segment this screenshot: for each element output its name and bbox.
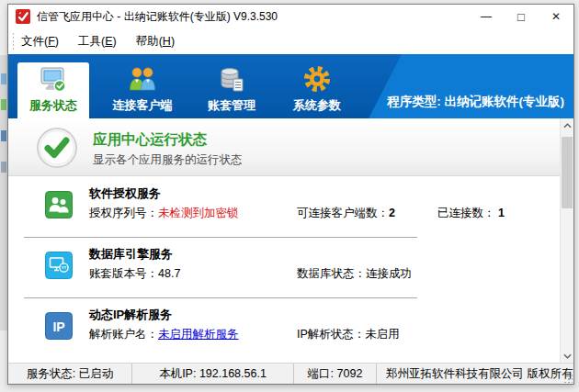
scroll-down-icon[interactable] [561, 349, 573, 363]
field-serial: 授权序列号：未检测到加密锁 [89, 206, 239, 221]
content-area: 应用中心运行状态 显示各个应用服务的运行状态 软件授权服务 授权序列号：未检测到… [8, 118, 573, 363]
service-fields: 授权序列号：未检测到加密锁 可连接客户端数：2 已连接数： 1 [8, 206, 560, 222]
program-type-label: 程序类型: 出纳记账软件(专业版) [387, 94, 564, 110]
users-pair-icon [127, 63, 158, 96]
tab-account-books[interactable]: 账套管理 [196, 62, 267, 118]
tab-service-status[interactable]: 服务状态 [17, 62, 89, 118]
xinguanfei-logo-icon [16, 9, 30, 24]
service-fields: 解析账户名：未启用解析服务 IP解析状态：未启用 [8, 327, 560, 343]
serial-alert-value: 未检测到加密锁 [158, 207, 239, 219]
database-icon [216, 63, 247, 96]
minimize-button[interactable]: — [469, 5, 504, 28]
status-local-ip: 本机IP: 192.168.56.1 [132, 364, 294, 384]
close-button[interactable]: ✕ [539, 5, 573, 28]
service-title: 软件授权服务 [89, 185, 161, 202]
menu-item-file[interactable]: 文件(F) [15, 31, 65, 52]
page-header: 应用中心运行状态 显示各个应用服务的运行状态 [8, 118, 573, 176]
tab-label: 系统参数 [293, 97, 341, 114]
book-version-value: 48.7 [158, 267, 180, 280]
green-check-circle-icon [36, 127, 78, 169]
status-bar: 服务状态: 已启动 本机IP: 192.168.56.1 端口: 7092 郑州… [8, 363, 573, 384]
maximize-button[interactable]: □ [504, 5, 539, 28]
service-fields: 账套版本号：48.7 数据库状态：连接成功 [8, 266, 560, 283]
field-connected: 已连接数： 1 [437, 206, 505, 221]
service-title: 数据库引擎服务 [89, 246, 173, 263]
toolbar: 服务状态 连接客户端 [8, 54, 573, 118]
menu-grip [12, 32, 15, 50]
scroll-up-icon[interactable] [561, 118, 573, 132]
status-service-state: 服务状态: 已启动 [8, 364, 132, 384]
page-subtitle: 显示各个应用服务的运行状态 [93, 152, 243, 168]
tab-label: 账套管理 [208, 97, 255, 114]
window-title: 信管飞应用中心 - 出纳记账软件(专业版) V9.3.530 [37, 9, 278, 25]
field-max-clients: 可连接客户端数：2 [297, 206, 395, 221]
menu-item-tools[interactable]: 工具(E) [72, 31, 123, 52]
scrollbar-thumb[interactable] [562, 137, 573, 208]
service-row-database: YT 数据库引擎服务 账套版本号：48.7 数据库状态：连接成功 [8, 238, 560, 298]
field-resolve-account: 解析账户名：未启用解析服务 [89, 327, 239, 342]
menu-item-help[interactable]: 帮助(H) [130, 31, 181, 52]
tab-label: 连接客户端 [113, 97, 173, 114]
ip-status-value: 未启用 [365, 328, 400, 341]
monitor-check-icon [38, 63, 69, 96]
max-clients-value: 2 [389, 207, 395, 219]
desktop-background [0, 55, 7, 330]
menu-bar: 文件(F) 工具(E) 帮助(H) [8, 28, 573, 54]
window-controls: — □ ✕ [469, 5, 573, 28]
app-window: 信管飞应用中心 - 出纳记账软件(专业版) V9.3.530 — □ ✕ 文件(… [7, 4, 574, 385]
tab-label: 服务状态 [29, 97, 77, 114]
db-status-value: 连接成功 [366, 267, 412, 280]
field-book-version: 账套版本号：48.7 [89, 266, 180, 282]
enable-resolve-link[interactable]: 未启用解析服务 [158, 328, 239, 341]
service-title: 动态IP解析服务 [89, 307, 172, 323]
status-port: 端口: 7092 [294, 364, 377, 384]
connected-value: 1 [498, 207, 505, 219]
status-copyright: 郑州亚拓软件科技有限公司 版权所有 [377, 364, 573, 384]
window-titlebar: 信管飞应用中心 - 出纳记账软件(专业版) V9.3.530 — □ ✕ [8, 5, 573, 28]
service-list: 软件授权服务 授权序列号：未检测到加密锁 可连接客户端数：2 已连接数： 1 Y… [8, 177, 560, 363]
tab-system-settings[interactable]: 系统参数 [281, 62, 353, 118]
tab-connect-clients[interactable]: 连接客户端 [103, 62, 182, 118]
field-db-status: 数据库状态：连接成功 [297, 266, 412, 282]
page-title: 应用中心运行状态 [93, 130, 207, 150]
toolbar-tabs: 服务状态 连接客户端 [17, 62, 353, 118]
content-scrollbar[interactable] [560, 118, 573, 363]
field-ip-status: IP解析状态：未启用 [297, 327, 400, 342]
service-row-ip: IP 动态IP解析服务 解析账户名：未启用解析服务 IP解析状态：未启用 [8, 298, 560, 359]
service-row-license: 软件授权服务 授权序列号：未检测到加密锁 可连接客户端数：2 已连接数： 1 [8, 177, 560, 238]
gear-icon [301, 63, 333, 96]
